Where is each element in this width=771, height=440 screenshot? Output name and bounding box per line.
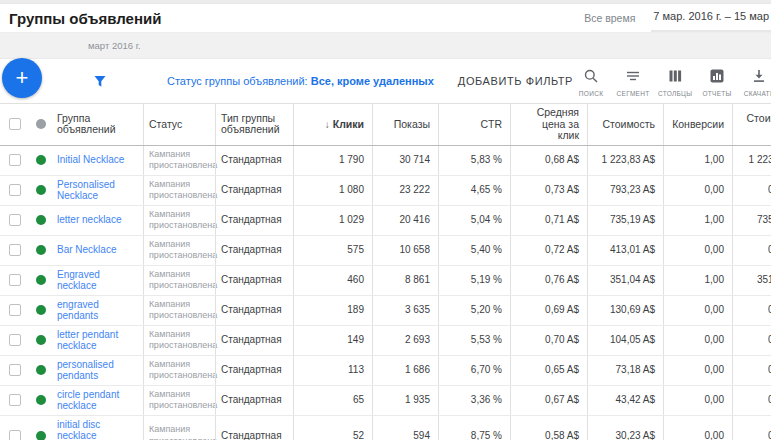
column-header-status[interactable]: Статус	[143, 104, 215, 145]
row-cost_per_conv: 735,19 A$	[732, 206, 771, 235]
row-impressions: 594	[372, 416, 438, 440]
column-header-conversions[interactable]: Конверсии	[663, 104, 732, 145]
date-range-picker[interactable]: 7 мар. 2016 г. – 15 мар	[651, 4, 771, 32]
segment-icon	[625, 68, 641, 88]
reports-icon	[709, 68, 725, 88]
filter-icon[interactable]	[93, 74, 107, 88]
row-checkbox[interactable]	[9, 184, 21, 196]
toolbar-columns-button[interactable]: СТОЛБЦЫ	[657, 65, 693, 97]
row-avg_cpc: 0,76 A$	[510, 266, 587, 295]
row-clicks: 189	[293, 296, 372, 325]
row-clicks: 52	[293, 416, 372, 440]
row-conversions: 1,00	[663, 146, 732, 175]
row-impressions: 20 416	[372, 206, 438, 235]
row-ctr: 5,40 %	[438, 236, 510, 265]
timeline-month-label: март 2016 г.	[88, 40, 141, 51]
page-header: Группы объявлений Все время 7 мар. 2016 …	[0, 4, 771, 33]
table-row: Personalised NecklaceКампания приостанов…	[0, 176, 771, 206]
enabled-status-dot[interactable]	[36, 245, 46, 255]
row-type: Стандартная	[221, 244, 282, 256]
row-checkbox[interactable]	[9, 334, 21, 346]
ad-group-link[interactable]: initial disc necklace australia	[57, 419, 135, 440]
row-checkbox[interactable]	[9, 430, 21, 440]
table-header-row: Группа объявлений Статус Тип группы объя…	[0, 103, 771, 146]
row-cost_per_conv: 1 223,83 A$	[732, 146, 771, 175]
enabled-status-dot[interactable]	[36, 185, 46, 195]
enabled-status-dot[interactable]	[36, 155, 46, 165]
table-row: letter necklaceКампания приостановленаСт…	[0, 206, 771, 236]
enabled-status-dot[interactable]	[36, 395, 46, 405]
row-checkbox[interactable]	[9, 274, 21, 286]
row-cost: 735,19 A$	[587, 206, 663, 235]
row-conversions: 1,00	[663, 266, 732, 295]
row-ctr: 5,04 %	[438, 206, 510, 235]
row-cost_per_conv: 351,04 A$	[732, 266, 771, 295]
row-status: Кампания приостановлена	[149, 209, 217, 232]
column-header-clicks[interactable]: ↓ Клики	[293, 104, 372, 145]
row-checkbox[interactable]	[9, 214, 21, 226]
row-status: Кампания приостановлена	[149, 269, 217, 292]
toolbar-download-button[interactable]: СКАЧАТЬ	[741, 65, 771, 97]
status-filter-chip[interactable]: Статус группы объявлений: Все, кроме уда…	[167, 75, 434, 87]
enabled-status-dot[interactable]	[36, 365, 46, 375]
column-header-impressions[interactable]: Показы	[372, 104, 438, 145]
row-type: Стандартная	[221, 364, 282, 376]
ad-group-link[interactable]: Personalised Necklace	[57, 179, 135, 202]
row-ctr: 4,65 %	[438, 176, 510, 205]
ad-group-link[interactable]: engraved pendants	[57, 299, 135, 322]
row-ctr: 6,70 %	[438, 356, 510, 385]
ad-group-link[interactable]: Initial Necklace	[57, 154, 124, 166]
add-button[interactable]: +	[2, 58, 42, 98]
ad-group-link[interactable]: letter pendant necklace	[57, 329, 135, 352]
row-clicks: 460	[293, 266, 372, 295]
row-cost_per_conv: 0,00 A$	[732, 386, 771, 415]
row-cost_per_conv: 0,00 A$	[732, 356, 771, 385]
row-cost: 73,18 A$	[587, 356, 663, 385]
row-checkbox[interactable]	[9, 364, 21, 376]
toolbar-segment-button[interactable]: СЕГМЕНТ	[615, 65, 651, 97]
enabled-status-dot[interactable]	[36, 305, 46, 315]
table-row: Bar NecklaceКампания приостановленаСтанд…	[0, 236, 771, 266]
add-filter-button[interactable]: ДОБАВИТЬ ФИЛЬТР	[458, 75, 573, 87]
date-preset[interactable]: Все время	[584, 12, 635, 24]
table-toolbar: ПОИСК СЕГМЕНТ СТОЛБЦЫ ОТЧЕТЫ	[573, 65, 771, 97]
row-checkbox[interactable]	[9, 244, 21, 256]
row-avg_cpc: 0,70 A$	[510, 326, 587, 355]
enabled-status-dot[interactable]	[36, 215, 46, 225]
row-cost: 130,69 A$	[587, 296, 663, 325]
enabled-status-dot[interactable]	[36, 275, 46, 285]
toolbar-search-button[interactable]: ПОИСК	[573, 65, 609, 97]
row-checkbox[interactable]	[9, 154, 21, 166]
row-avg_cpc: 0,69 A$	[510, 296, 587, 325]
row-cost_per_conv: 0,00 A$	[732, 296, 771, 325]
column-header-avg-cpc[interactable]: Средняя цена за клик	[510, 104, 587, 145]
enabled-status-dot[interactable]	[36, 431, 46, 440]
row-checkbox[interactable]	[9, 304, 21, 316]
row-clicks: 149	[293, 326, 372, 355]
sort-descending-icon: ↓	[325, 119, 330, 131]
column-header-ctr[interactable]: CTR	[438, 104, 510, 145]
column-header-cost[interactable]: Стоимость	[587, 104, 663, 145]
row-type: Стандартная	[221, 154, 282, 166]
row-checkbox[interactable]	[9, 394, 21, 406]
row-ctr: 5,19 %	[438, 266, 510, 295]
row-type: Стандартная	[221, 334, 282, 346]
column-header-type[interactable]: Тип группы объявлений	[215, 104, 293, 145]
ad-group-link[interactable]: circle pendant necklace	[57, 389, 135, 412]
enabled-status-dot[interactable]	[36, 335, 46, 345]
row-avg_cpc: 0,68 A$	[510, 146, 587, 175]
column-header-ad-group[interactable]: Группа объявлений	[55, 104, 143, 145]
ad-group-link[interactable]: personalised pendants	[57, 359, 135, 382]
ad-group-link[interactable]: Bar Necklace	[57, 244, 116, 256]
row-avg_cpc: 0,58 A$	[510, 416, 587, 440]
row-avg_cpc: 0,65 A$	[510, 356, 587, 385]
ad-group-link[interactable]: letter necklace	[57, 214, 121, 226]
toolbar-reports-button[interactable]: ОТЧЕТЫ	[699, 65, 735, 97]
table-row: Initial NecklaceКампания приостановленаС…	[0, 146, 771, 176]
select-all-checkbox[interactable]	[9, 118, 21, 130]
row-impressions: 30 714	[372, 146, 438, 175]
ad-group-link[interactable]: Engraved necklace	[57, 269, 135, 292]
column-header-cost-per-conv[interactable]: Стоимость/конв.	[732, 104, 771, 145]
table-row: letter pendant necklaceКампания приостан…	[0, 326, 771, 356]
row-avg_cpc: 0,71 A$	[510, 206, 587, 235]
